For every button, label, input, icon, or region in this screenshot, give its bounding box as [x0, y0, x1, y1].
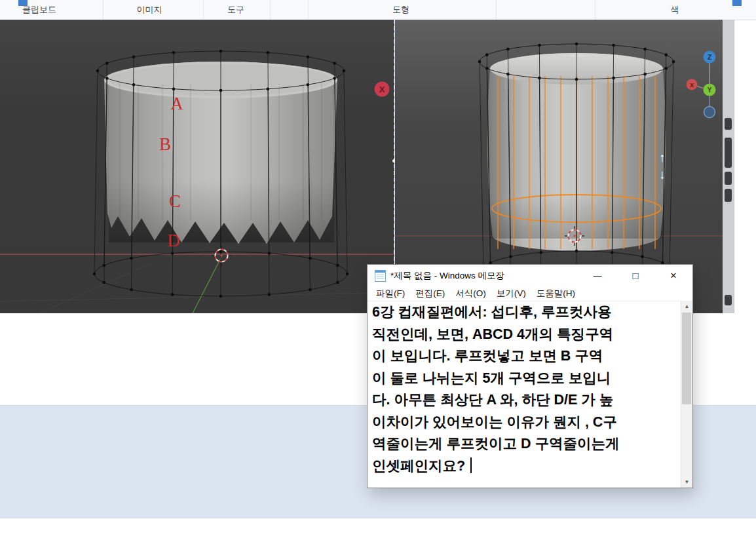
- shapes-group-label[interactable]: 도형: [392, 4, 409, 16]
- ribbon-separator: [595, 0, 595, 20]
- region-label-d: D: [167, 231, 180, 251]
- left-viewport-canvas: [0, 20, 394, 313]
- menu-view[interactable]: 보기(V): [491, 286, 531, 301]
- window-controls: — □ ✕: [578, 265, 692, 286]
- close-button[interactable]: ✕: [654, 265, 692, 286]
- viewport-left: A B C D X: [0, 20, 394, 313]
- side-strip-button: [725, 189, 732, 202]
- ribbon-separator: [496, 0, 497, 20]
- ribbon-separator: [203, 0, 204, 20]
- paint-app-window: 클립보드 이미지 도구 도형 색: [0, 0, 756, 540]
- menu-edit[interactable]: 편집(E): [410, 286, 450, 301]
- gizmo-z-label: Z: [708, 54, 711, 61]
- scroll-down-icon[interactable]: ▼: [681, 476, 692, 488]
- image-group-label[interactable]: 이미지: [137, 4, 162, 16]
- notepad-text: 6강 컵재질편에서: 섭디후, 루프컷사용 직전인데, 보면, ABCD 4개의…: [372, 304, 619, 474]
- side-strip-button: [725, 172, 732, 185]
- notepad-title: *제목 없음 - Windows 메모장: [390, 270, 504, 282]
- notepad-window[interactable]: *제목 없음 - Windows 메모장 — □ ✕ 파일(F) 편집(E) 서…: [367, 264, 693, 488]
- maximize-button[interactable]: □: [616, 265, 654, 286]
- ribbon-toolbar: 클립보드 이미지 도구 도형 색: [0, 0, 756, 20]
- region-label-c: C: [169, 191, 181, 212]
- notepad-menu-bar: 파일(F) 편집(E) 서식(O) 보기(V) 도움말(H): [368, 286, 692, 301]
- menu-format[interactable]: 서식(O): [450, 286, 491, 301]
- side-strip-button: [725, 118, 732, 130]
- ribbon-clipped-icon-right: [732, 0, 742, 6]
- notepad-text-area[interactable]: 6강 컵재질편에서: 섭디후, 루프컷사용 직전인데, 보면, ABCD 4개의…: [368, 301, 681, 488]
- side-strip-button: [725, 295, 732, 305]
- arrow-up-icon: ↑: [654, 149, 670, 166]
- text-caret: [470, 457, 472, 473]
- arrow-down-icon: ↓: [654, 166, 670, 183]
- gizmo-neg-z-ball: [704, 107, 715, 118]
- ribbon-separator: [103, 0, 104, 20]
- notepad-icon: [375, 270, 386, 282]
- scroll-up-icon[interactable]: ▲: [681, 301, 692, 312]
- ribbon-separator: [308, 0, 309, 20]
- edge-slide-arrows: ↑ ↓: [654, 149, 670, 183]
- tools-group-label[interactable]: 도구: [227, 4, 244, 16]
- x-axis-badge: X: [375, 82, 390, 97]
- region-label-a: A: [170, 94, 183, 114]
- menu-file[interactable]: 파일(F): [371, 286, 410, 301]
- gizmo-x-label: X: [690, 82, 694, 88]
- axis-gizmo: Z X Y: [687, 48, 723, 126]
- scrollbar-thumb[interactable]: [682, 313, 691, 404]
- blender-side-strip: [723, 20, 734, 313]
- side-strip-button: [725, 138, 732, 168]
- menu-help[interactable]: 도움말(H): [531, 286, 580, 301]
- region-label-b: B: [159, 134, 171, 155]
- colors-group-label[interactable]: 색: [671, 4, 679, 16]
- notepad-title-bar[interactable]: *제목 없음 - Windows 메모장 — □ ✕: [368, 265, 692, 286]
- ribbon-separator: [270, 0, 271, 20]
- notepad-scrollbar[interactable]: ▲ ▼: [681, 301, 692, 488]
- gizmo-y-label: Y: [708, 87, 712, 94]
- clipboard-group-label[interactable]: 클립보드: [22, 4, 56, 16]
- minimize-button[interactable]: —: [578, 265, 616, 286]
